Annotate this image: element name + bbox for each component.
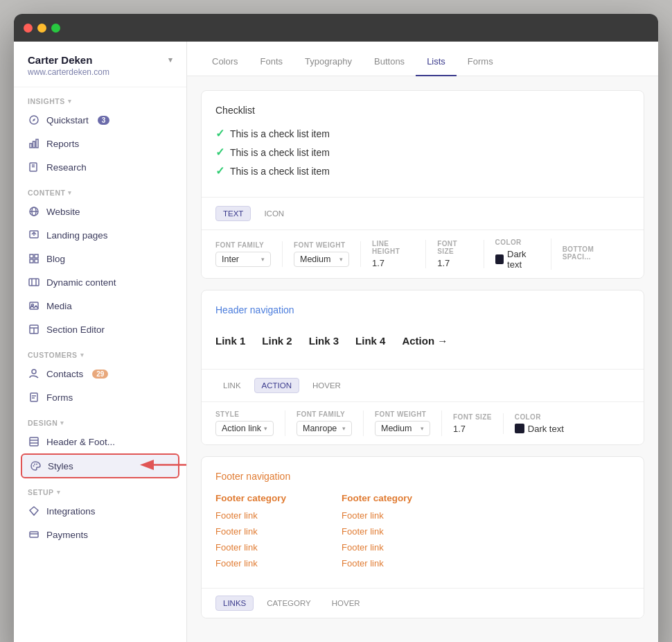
sidebar-brand: Carter Deken ▾ www.carterdeken.com: [14, 42, 186, 87]
sidebar-item-header-footer[interactable]: Header & Foot...: [14, 430, 186, 453]
config-tab-links[interactable]: LINKS: [215, 596, 254, 611]
tab-forms[interactable]: Forms: [457, 48, 504, 76]
font-weight-nav-select[interactable]: Medium ▾: [375, 421, 430, 436]
field-font-size: FONT SIZE 1.7: [437, 240, 484, 268]
minimize-button[interactable]: [37, 24, 46, 33]
checklist-title: Checklist: [215, 105, 630, 116]
style-select[interactable]: Action link ▾: [215, 421, 274, 436]
brand-name[interactable]: Carter Deken ▾: [28, 54, 173, 66]
app-window: Carter Deken ▾ www.carterdeken.com INSIG…: [14, 14, 658, 642]
footer-link-2-1[interactable]: Footer link: [342, 510, 412, 521]
nav-link-3[interactable]: Link 3: [309, 335, 339, 347]
svg-rect-17: [29, 279, 39, 286]
sidebar-item-contacts[interactable]: Contacts 29: [14, 362, 186, 385]
config-tab-action[interactable]: ACTION: [254, 378, 299, 393]
footer-link-1-3[interactable]: Footer link: [215, 542, 286, 553]
color-swatch-nav: [515, 424, 524, 433]
field-font-family: FONT FAMILY Inter ▾: [215, 241, 283, 267]
footer-link-2-2[interactable]: Footer link: [342, 526, 412, 537]
tab-colors[interactable]: Colors: [201, 48, 249, 76]
upload-icon: [28, 229, 40, 241]
sidebar-item-media[interactable]: Media: [14, 294, 186, 318]
footer-link-1-4[interactable]: Footer link: [215, 558, 286, 569]
traffic-lights: [24, 24, 60, 33]
field-bottom-spacing: BOTTOM SPACI...: [563, 245, 630, 263]
dollar-icon: [28, 528, 40, 541]
header-nav-config-fields: STYLE Action link ▾ FONT FAMILY Manrope …: [202, 401, 644, 444]
field-line-height: LINE HEIGHT 1.7: [372, 240, 426, 268]
font-family-nav-select[interactable]: Manrope ▾: [297, 421, 352, 436]
sidebar-item-integrations[interactable]: Integrations: [14, 499, 186, 523]
config-tab-hover[interactable]: HOVER: [305, 378, 348, 393]
maximize-button[interactable]: [51, 24, 60, 33]
svg-rect-4: [36, 139, 38, 148]
config-tab-link[interactable]: LINK: [215, 378, 249, 393]
svg-point-25: [32, 370, 36, 374]
tab-fonts[interactable]: Fonts: [249, 48, 294, 76]
field-font-weight-nav: FONT WEIGHT Medium ▾: [375, 410, 442, 436]
svg-rect-2: [30, 144, 32, 148]
checklist-item-3: ✓ This is a check list item: [215, 164, 630, 177]
footer-link-2-3[interactable]: Footer link: [342, 542, 412, 553]
nav-action[interactable]: Action →: [402, 335, 448, 347]
footer-link-1-2[interactable]: Footer link: [215, 526, 286, 537]
svg-rect-16: [35, 259, 38, 263]
user-icon: [28, 367, 40, 380]
sidebar-item-section-editor[interactable]: Section Editor: [14, 318, 186, 341]
header-nav-title: Header navigation: [215, 304, 630, 315]
check-icon-1: ✓: [215, 127, 224, 140]
config-tab-hover-footer[interactable]: HOVER: [324, 596, 368, 611]
font-weight-select[interactable]: Medium ▾: [294, 252, 349, 267]
check-icon-2: ✓: [215, 146, 224, 159]
footer-link-1-1[interactable]: Footer link: [215, 510, 286, 521]
field-style: STYLE Action link ▾: [215, 410, 285, 436]
footer-category-1: Footer category: [215, 493, 286, 503]
chevron-down-icon: ▾: [342, 425, 346, 432]
checklist-config-tabs: TEXT ICON: [202, 197, 644, 229]
sidebar-item-styles[interactable]: Styles: [21, 453, 179, 478]
svg-point-32: [33, 465, 35, 467]
chevron-down-icon: ▾: [339, 256, 343, 263]
grid-icon: [28, 252, 40, 265]
field-color-nav: COLOR Dark text: [515, 413, 575, 434]
svg-marker-36: [30, 507, 38, 515]
brand-url: www.carterdeken.com: [28, 67, 173, 77]
sidebar-item-forms[interactable]: Forms: [14, 385, 186, 409]
chevron-down-icon: ▾: [421, 425, 424, 432]
field-font-weight: FONT WEIGHT Medium ▾: [294, 241, 361, 267]
svg-rect-14: [35, 254, 38, 258]
sidebar-item-blog[interactable]: Blog: [14, 247, 186, 270]
tab-lists[interactable]: Lists: [416, 48, 457, 76]
nav-link-2[interactable]: Link 2: [262, 335, 292, 347]
header-nav-config-tabs: LINK ACTION HOVER: [202, 369, 644, 401]
sidebar-item-quickstart[interactable]: Quickstart 3: [14, 108, 186, 132]
config-tab-icon[interactable]: ICON: [256, 206, 292, 221]
check-icon-3: ✓: [215, 164, 224, 177]
config-tab-category[interactable]: CATEGORY: [259, 596, 318, 611]
sidebar-item-dynamic-content[interactable]: Dynamic content: [14, 270, 186, 294]
sidebar-item-reports[interactable]: Reports: [14, 132, 186, 155]
chevron-down-icon: ▾: [264, 425, 267, 432]
color-nav-value[interactable]: Dark text: [515, 424, 564, 434]
config-tab-text[interactable]: TEXT: [215, 206, 251, 221]
nav-link-4[interactable]: Link 4: [355, 335, 385, 347]
footer-link-2-4[interactable]: Footer link: [342, 558, 412, 569]
font-family-select[interactable]: Inter ▾: [215, 252, 271, 267]
file-icon: [28, 391, 40, 404]
nav-link-1[interactable]: Link 1: [215, 335, 245, 347]
svg-point-33: [34, 464, 35, 465]
sidebar-item-research[interactable]: Research: [14, 155, 186, 179]
color-value[interactable]: Dark text: [495, 249, 540, 270]
sidebar-item-payments[interactable]: Payments: [14, 523, 186, 546]
font-size-value: 1.7: [437, 258, 472, 268]
tab-buttons[interactable]: Buttons: [363, 48, 416, 76]
field-color: COLOR Dark text: [495, 238, 551, 270]
sidebar-item-website[interactable]: Website: [14, 200, 186, 223]
svg-point-34: [36, 464, 37, 465]
close-button[interactable]: [24, 24, 33, 33]
sidebar-item-landing-pages[interactable]: Landing pages: [14, 223, 186, 247]
field-font-size-nav: FONT SIZE 1.7: [453, 413, 504, 434]
header-icon: [28, 435, 40, 448]
tab-typography[interactable]: Typography: [294, 48, 363, 76]
footer-columns: Footer category Footer link Footer link …: [215, 493, 630, 574]
